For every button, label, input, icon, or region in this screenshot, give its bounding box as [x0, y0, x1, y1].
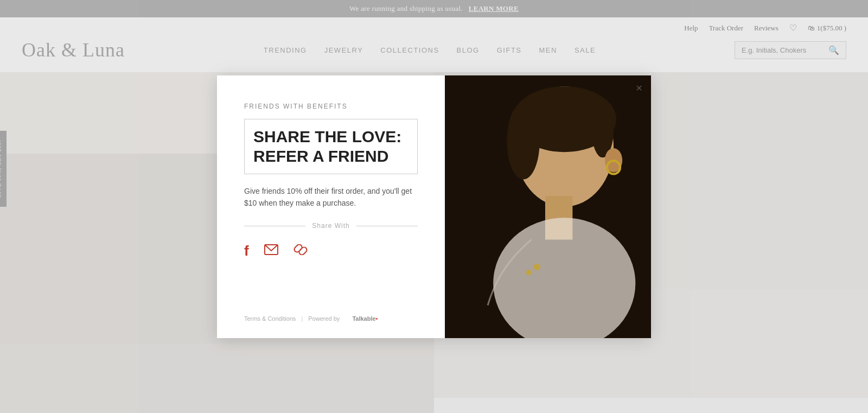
share-line-right	[356, 226, 418, 226]
modal-tag: FRIENDS WITH BENEFITS	[244, 103, 418, 110]
footer-divider: |	[301, 315, 303, 322]
email-share-button[interactable]	[264, 243, 278, 259]
modal-image	[445, 75, 651, 338]
modal-headline-line1: SHARE THE LOVE:	[253, 128, 401, 145]
modal-headline: SHARE THE LOVE: REFER A FRIEND	[244, 119, 418, 174]
share-with-label: Share With	[312, 222, 349, 230]
modal-overlay: × FRIENDS WITH BENEFITS SHARE THE LOVE: …	[0, 0, 868, 413]
modal-content: FRIENDS WITH BENEFITS SHARE THE LOVE: RE…	[244, 103, 418, 277]
modal-description: Give friends 10% off their first order, …	[244, 185, 418, 209]
modal-right-panel	[445, 75, 651, 338]
close-button[interactable]: ×	[636, 82, 642, 94]
talkable-brand: Talkable•	[352, 315, 378, 322]
modal-footer: Terms & Conditions | Powered by Talkable…	[244, 315, 418, 322]
facebook-share-button[interactable]: f	[244, 243, 249, 259]
talkable-dot: •	[376, 315, 378, 322]
svg-point-10	[534, 263, 540, 270]
share-line-left	[244, 226, 305, 226]
modal: × FRIENDS WITH BENEFITS SHARE THE LOVE: …	[217, 75, 651, 338]
terms-link[interactable]: Terms & Conditions	[244, 315, 296, 322]
share-icons: f	[244, 243, 418, 259]
svg-point-11	[526, 269, 532, 275]
link-share-button[interactable]	[293, 243, 308, 259]
powered-by-text: Powered by	[308, 315, 340, 322]
modal-left-panel: FRIENDS WITH BENEFITS SHARE THE LOVE: RE…	[217, 75, 445, 338]
svg-point-6	[507, 103, 540, 179]
modal-headline-line2: REFER A FRIEND	[253, 147, 388, 165]
share-with-row: Share With	[244, 222, 418, 230]
